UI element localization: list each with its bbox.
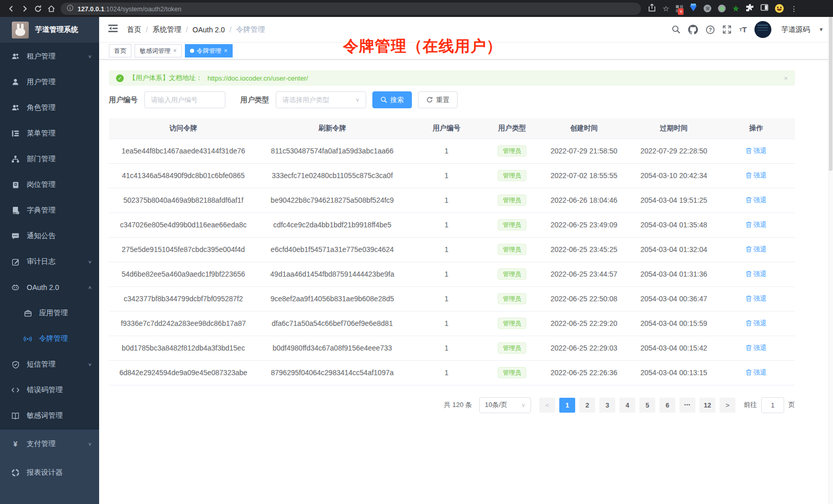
reset-button[interactable]: 重置 (418, 91, 458, 108)
prev-page-button[interactable]: < (539, 398, 555, 413)
user-type-badge: 管理员 (498, 367, 526, 378)
green-star-extension-icon[interactable]: ✯ (732, 4, 739, 13)
hamburger-fold-icon[interactable] (108, 25, 118, 34)
active-dot-icon (190, 49, 194, 53)
breadcrumb-home[interactable]: 首页 (127, 25, 141, 34)
user-caret-down-icon[interactable]: ▼ (819, 27, 824, 32)
user-type-select[interactable]: 请选择用户类型 ∨ (276, 91, 366, 108)
more-pages-button[interactable]: ••• (679, 398, 695, 413)
close-icon[interactable]: × (173, 47, 177, 54)
fullscreen-icon[interactable] (723, 25, 731, 34)
sidebar-item-label: 令牌管理 (39, 334, 68, 343)
goto-page-input[interactable] (761, 397, 784, 413)
force-logout-button[interactable]: 强退 (746, 171, 767, 180)
alert-close-icon[interactable]: × (784, 74, 788, 82)
sidebar-item-oauth-token[interactable]: 令牌管理 (0, 326, 99, 352)
breadcrumb-system[interactable]: 系统管理 (153, 25, 181, 34)
home-icon[interactable] (47, 5, 55, 13)
side-panel-icon[interactable] (761, 4, 768, 13)
page-button-6[interactable]: 6 (659, 398, 675, 413)
bookmark-star-icon[interactable]: ☆ (662, 4, 669, 13)
extension-grid-icon[interactable]: 9 (676, 5, 683, 12)
force-logout-button[interactable]: 强退 (746, 319, 767, 328)
back-icon[interactable] (7, 5, 15, 13)
page-button-12[interactable]: 12 (699, 398, 715, 413)
force-logout-button[interactable]: 强退 (746, 146, 767, 156)
forward-icon[interactable] (21, 5, 29, 13)
pay-yen-icon: ¥ (11, 440, 20, 448)
sms-shield-icon (11, 360, 20, 369)
sidebar-item-audit-log[interactable]: 审计日志 ∨ (0, 249, 99, 275)
page-size-select[interactable]: 10条/页 ∨ (479, 397, 531, 413)
help-icon[interactable]: ? (706, 25, 715, 34)
page-button-3[interactable]: 3 (599, 398, 615, 413)
oauth-robot-icon (11, 283, 20, 292)
force-logout-button[interactable]: 强退 (746, 343, 767, 353)
sidebar-item-oauth[interactable]: OAuth 2.0 ∧ (0, 275, 99, 300)
force-logout-button[interactable]: 强退 (746, 269, 767, 279)
font-size-icon[interactable]: TT (739, 25, 747, 34)
page-button-2[interactable]: 2 (579, 398, 595, 413)
github-icon[interactable] (688, 25, 698, 34)
force-logout-button[interactable]: 强退 (746, 294, 767, 303)
sidebar-item-menu[interactable]: 菜单管理 (0, 121, 99, 146)
filter-bar: 用户编号 用户类型 请选择用户类型 ∨ 搜索 重置 (109, 91, 795, 108)
user-id-input[interactable] (144, 91, 225, 108)
close-icon[interactable]: × (224, 47, 228, 54)
sidebar-item-oauth-apps[interactable]: 应用管理 (0, 300, 99, 326)
search-button[interactable]: 搜索 (372, 91, 412, 108)
app-logo (12, 22, 29, 38)
post-badge-icon (11, 181, 20, 189)
force-logout-button[interactable]: 强退 (746, 368, 767, 377)
address-bar[interactable]: 127.0.0.1:1024/system/oauth2/token (61, 3, 641, 15)
chevron-down-icon: ∨ (88, 362, 92, 367)
sidebar-item-role[interactable]: 角色管理 (0, 95, 99, 121)
user-type-badge: 管理员 (498, 318, 526, 329)
table-header-row: 访问令牌 刷新令牌 用户编号 用户类型 创建时间 过期时间 操作 (109, 118, 795, 139)
puzzle-extensions-icon[interactable] (746, 4, 754, 14)
breadcrumb-oauth[interactable]: OAuth 2.0 (193, 26, 225, 34)
sidebar-item-sms[interactable]: 短信管理 ∨ (0, 352, 99, 377)
command-extension-icon[interactable]: ⌘ (704, 5, 711, 12)
tenant-people-icon (11, 52, 20, 61)
user-avatar[interactable] (754, 21, 771, 38)
tab-sensitive-word[interactable]: 敏感词管理× (135, 44, 182, 57)
profile-avatar-icon[interactable] (775, 4, 784, 13)
sidebar-item-notice[interactable]: 通知公告 (0, 223, 99, 249)
site-info-icon[interactable] (67, 4, 73, 13)
recorder-extension-icon[interactable] (718, 5, 726, 12)
sidebar-item-label: 通知公告 (27, 231, 55, 241)
tab-home[interactable]: 首页 (109, 44, 131, 57)
page-button-4[interactable]: 4 (619, 398, 635, 413)
sidebar-item-tenant[interactable]: 租户管理 ∨ (0, 44, 99, 69)
tab-token[interactable]: 令牌管理× (185, 44, 233, 57)
search-icon[interactable] (672, 25, 680, 34)
sidebar-item-dict[interactable]: 字典管理 (0, 198, 99, 223)
sidebar-item-error-code[interactable]: 错误码管理 (0, 377, 99, 403)
sidebar: 芋道管理系统 租户管理 ∨ 用户管理 角色管理 菜单管理 部门管理 岗位管理 (0, 17, 99, 504)
table-row: b0d1785bc3a8482f812db4a3f3bd15ecb0df4980… (109, 336, 795, 360)
doc-link[interactable]: https://doc.iocoder.cn/user-center/ (207, 74, 308, 82)
user-icon (11, 78, 20, 86)
sidebar-item-pay[interactable]: ¥ 支付管理 ∨ (0, 430, 99, 458)
force-logout-button[interactable]: 强退 (746, 196, 767, 205)
sidebar-item-report-designer[interactable]: 报表设计器 (0, 458, 99, 487)
menu-tree-icon (11, 129, 20, 138)
force-logout-button[interactable]: 强退 (746, 220, 767, 229)
gem-extension-icon[interactable] (690, 6, 697, 11)
page-button-5[interactable]: 5 (639, 398, 655, 413)
force-logout-button[interactable]: 强退 (746, 245, 767, 254)
page-button-1[interactable]: 1 (559, 398, 575, 413)
page-scrollbar[interactable] (828, 17, 833, 504)
sidebar-item-user[interactable]: 用户管理 (0, 69, 99, 95)
menu-kebab-icon[interactable]: ⋮ (790, 5, 798, 13)
sidebar-item-post[interactable]: 岗位管理 (0, 172, 99, 198)
username[interactable]: 芋道源码 (781, 25, 810, 34)
col-user-type: 用户类型 (486, 118, 538, 139)
sidebar-item-sensitive-word[interactable]: 敏感词管理 (0, 403, 99, 429)
reload-icon[interactable] (34, 5, 42, 13)
share-icon[interactable] (648, 4, 656, 14)
sidebar-item-dept[interactable]: 部门管理 (0, 146, 99, 172)
next-page-button[interactable]: > (720, 398, 735, 413)
app-logo-band[interactable]: 芋道管理系统 (0, 17, 99, 43)
